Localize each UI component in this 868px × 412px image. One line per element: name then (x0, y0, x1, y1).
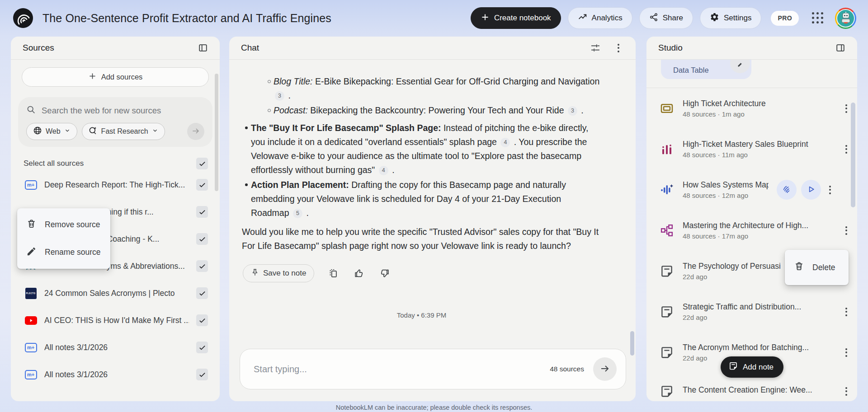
source-checkbox[interactable] (196, 314, 208, 326)
rename-source-menu-item[interactable]: Rename source (17, 239, 110, 266)
create-notebook-button[interactable]: Create notebook (471, 7, 561, 29)
source-row[interactable]: m+ Deep Research Report: The High-Tick..… (11, 171, 220, 198)
infographic-icon (659, 142, 675, 156)
thumbs-up-icon[interactable] (352, 267, 366, 280)
add-sources-button[interactable]: Add sources (22, 67, 209, 87)
citation-badge[interactable]: 4 (379, 166, 388, 175)
robot-avatar-image (836, 9, 855, 28)
plus-icon (88, 72, 97, 82)
studio-item-menu-icon[interactable] (842, 103, 851, 113)
remove-source-label: Remove source (45, 220, 100, 229)
add-note-button[interactable]: Add note (721, 356, 783, 378)
send-button[interactable] (593, 357, 617, 381)
collapse-studio-panel-icon[interactable] (834, 41, 847, 55)
user-avatar[interactable] (835, 8, 856, 29)
source-checkbox[interactable] (196, 179, 208, 191)
pencil-icon (26, 246, 37, 259)
source-checkbox[interactable] (196, 260, 208, 272)
chat-bullet: The "Buy It For Life Basecamp" Splash Pa… (242, 121, 601, 177)
settings-button[interactable]: Settings (700, 7, 761, 29)
web-filter-label: Web (46, 127, 61, 136)
copy-icon[interactable] (326, 267, 340, 280)
citation-badge[interactable]: 5 (293, 209, 302, 218)
bullet-tail: . (579, 105, 584, 115)
studio-item-menu-icon[interactable] (826, 185, 835, 195)
studio-item-menu-icon[interactable] (842, 386, 851, 396)
save-to-note-button[interactable]: Save to note (243, 264, 314, 282)
source-title: AI CEO: THIS is How I'd Make My First ..… (44, 316, 189, 325)
studio-item-menu-icon[interactable] (842, 307, 851, 317)
studio-item-title: Mastering the Architecture of High... (683, 221, 834, 230)
arrow-right-icon (599, 363, 610, 375)
studio-scrollbar[interactable] (851, 103, 855, 207)
source-checkbox[interactable] (196, 342, 208, 353)
sources-panel-title: Sources (23, 43, 54, 53)
youtube-icon (24, 316, 37, 325)
add-sources-label: Add sources (101, 73, 143, 81)
apps-grid-icon[interactable] (812, 12, 824, 24)
source-row[interactable]: PLECTO 24 Common Sales Acronyms | Plecto (11, 280, 220, 307)
chat-more-menu-icon[interactable] (614, 43, 623, 53)
studio-item-menu-icon[interactable] (842, 347, 851, 357)
studio-item[interactable]: Mastering the Architecture of High... 48… (646, 210, 857, 251)
studio-item-menu-icon[interactable] (842, 144, 851, 154)
source-checkbox[interactable] (196, 287, 208, 299)
source-title: 24 Common Sales Acronyms | Plecto (44, 289, 189, 298)
chat-input[interactable] (254, 364, 550, 375)
analytics-button[interactable]: Analytics (568, 7, 632, 29)
save-to-note-label: Save to note (263, 269, 306, 278)
rename-source-label: Rename source (45, 248, 101, 257)
studio-item-menu-icon[interactable] (842, 225, 851, 235)
source-row[interactable]: AI CEO: THIS is How I'd Make My First ..… (11, 307, 220, 334)
research-mode-chip[interactable]: Fast Research (82, 123, 165, 140)
settings-label: Settings (724, 14, 751, 23)
studio-item-meta: 22d ago (683, 314, 834, 321)
studio-panel-title: Studio (658, 43, 683, 53)
note-icon (659, 384, 675, 398)
select-all-checkbox[interactable] (196, 158, 208, 169)
studio-item-title: How Sales Systems Map... (683, 180, 769, 190)
interactive-mode-button[interactable] (777, 180, 797, 200)
studio-item-title: High Ticket Architecture (683, 99, 834, 108)
thumbs-down-icon[interactable] (378, 267, 392, 280)
chat-sub-bullet: Podcast: Bikepacking the Backcountry: Po… (264, 103, 601, 117)
source-row[interactable]: m+ All notes 3/1/2026 (11, 361, 220, 388)
mindmap-icon (659, 224, 675, 237)
sparkle-search-icon (89, 126, 98, 137)
note-icon (659, 346, 675, 359)
source-checkbox[interactable] (196, 369, 208, 380)
chat-scrollbar[interactable] (630, 331, 634, 356)
source-checkbox[interactable] (196, 233, 208, 245)
studio-item[interactable]: How Sales Systems Map... 48 sources · 12… (646, 169, 857, 210)
studio-item[interactable]: High-Ticket Mastery Sales Blueprint 48 s… (646, 129, 857, 169)
chat-settings-icon[interactable] (589, 41, 602, 55)
studio-item-meta: 48 sources · 1m ago (683, 110, 834, 118)
chevron-down-icon (152, 127, 158, 136)
chat-message: Blog Title: E-Bike Bikepacking: Essentia… (229, 60, 636, 322)
studio-item[interactable]: Strategic Traffic and Distribution... 22… (646, 291, 857, 332)
share-button[interactable]: Share (639, 7, 693, 29)
create-notebook-label: Create notebook (494, 14, 551, 23)
delete-menu-item[interactable]: Delete (785, 253, 849, 281)
flashcards-icon (659, 101, 675, 116)
play-button[interactable] (801, 180, 821, 200)
collapse-sources-panel-icon[interactable] (196, 41, 210, 55)
notebooklm-logo-icon[interactable] (13, 8, 33, 28)
search-icon (26, 105, 36, 116)
studio-item[interactable]: High Ticket Architecture 48 sources · 1m… (646, 88, 857, 129)
select-all-label: Select all sources (24, 159, 84, 168)
hollow-bullet-marker (264, 103, 274, 117)
bullet-lead: Blog Title: (274, 76, 313, 86)
studio-panel-header: Studio (646, 37, 857, 60)
source-count-label: 48 sources (550, 365, 584, 373)
citation-badge[interactable]: 3 (568, 106, 577, 116)
search-input[interactable] (42, 106, 204, 116)
citation-badge[interactable]: 3 (275, 91, 284, 101)
search-submit-button[interactable] (187, 123, 204, 140)
source-row[interactable]: m+ All notes 3/1/2026 (11, 334, 220, 361)
remove-source-menu-item[interactable]: Remove source (17, 211, 110, 239)
web-filter-chip[interactable]: Web (26, 123, 77, 140)
source-checkbox[interactable] (196, 206, 208, 218)
sources-scrollbar[interactable] (215, 74, 218, 191)
citation-badge[interactable]: 4 (500, 138, 510, 147)
